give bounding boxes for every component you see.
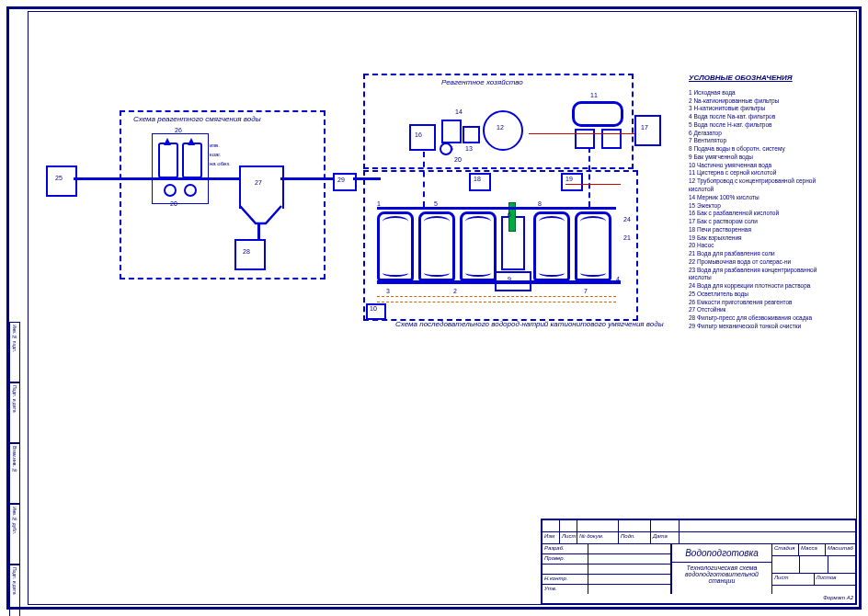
label-17: 17 [641,124,648,131]
label-6: 6 [508,211,511,218]
ext-label: изв. [210,143,220,148]
drain-line [377,296,616,297]
legend-item: 18 Печи растворенная [689,226,840,234]
label-14: 14 [455,108,463,115]
title-block: Изм Лист № докум. Подп. Дата Разраб. Про… [541,519,857,605]
legend-item: 10 Частично умягченная вода [689,162,840,170]
valve-icon [164,138,171,145]
block-17 [634,115,661,146]
legend-item: 16 Бак с разбавленной кислотой [689,210,840,218]
reagent-title: Реагентное хозяйство [441,78,523,86]
block-28 [234,239,266,270]
filter-vessel [575,211,611,281]
label-21: 21 [623,234,631,241]
filter-vessel [418,211,455,281]
pump-icon [440,143,452,155]
tb-role: Разраб. [542,544,588,553]
legend-item: 29 Фильтр механической тонкой очистки [689,323,840,331]
label-13: 13 [465,145,473,152]
legend-item: 19 Бак взрыхления [689,234,840,243]
label-2: 2 [453,288,457,294]
funnel-icon [239,205,282,225]
legend-item: 23 Вода для разбавления концентрированно… [689,267,840,283]
pretreat-title: Схема реагентного смягчения воды [133,115,261,123]
vessel-26a [158,143,178,178]
legend-item: 24 Вода для коррекции плотности раствора [689,282,840,291]
drawing-title: Водоподготовка [672,544,771,562]
pump-icon [164,184,177,197]
label-27: 27 [255,179,262,186]
legend-title: УСЛОВНЫЕ ОБОЗНАЧЕНИЯ [689,74,840,84]
label-20: 20 [170,200,177,207]
drawing-sheet: Инв.№ подл. Подп. и дата Взам.инв.№ Инв.… [0,0,868,616]
margin-cell: Подп. и дата [9,382,20,443]
tb-role: Утв. [542,585,588,594]
tb-label: Стадия [772,544,799,555]
legend-item: 4 Вода после Na-кат. фильтров [689,113,840,121]
line [565,184,621,185]
label-5: 5 [434,200,438,207]
binding-margin: Инв.№ подл. Подп. и дата Взам.инв.№ Инв.… [9,322,18,598]
tb-label: Масштаб [826,544,855,555]
tank-11 [572,101,623,127]
tb-header: Подп. [619,532,651,543]
tb-header: Лист [560,532,577,543]
block-29 [333,173,357,191]
legend-item: 28 Фильтр-пресс для обезвоживания осадка [689,314,840,323]
label-28: 28 [243,248,250,255]
label-26: 26 [175,127,182,133]
ext-label: коаг. [210,152,222,157]
legend-item: 1 Исходная вода [689,89,840,97]
legend-item: 9 Бак умягченной воды [689,154,840,162]
margin-cell: Подп. и дата [9,565,20,616]
tb-header: Изм [542,532,560,543]
main-pipe [377,280,621,284]
legend-item: 25 Осветлитель воды [689,291,840,299]
label-16: 16 [415,131,422,138]
label-29: 29 [337,177,345,183]
label-1: 1 [377,200,381,207]
label-18: 18 [474,176,481,182]
pipe [257,223,260,239]
label-25: 25 [55,175,63,181]
filter-vessel [533,211,570,281]
tb-header: № докум. [577,532,619,543]
legend-item: 6 Дегазатор [689,130,840,138]
salt-feed [588,147,590,207]
label-19: 19 [565,176,573,182]
label-3: 3 [386,288,390,294]
pipe [74,177,129,180]
legend-item: 12 Трубопровод с концентрированной серно… [689,177,840,194]
tb-role: Н.контр. [542,575,588,584]
drain-line [377,302,616,302]
label-12: 12 [497,124,504,131]
valve-icon [188,138,195,145]
legend-item: 7 Вентилятор [689,137,840,145]
tb-label: Листов [815,574,856,585]
block-13 [463,126,480,143]
format-label: Формат А2 [821,594,855,603]
block-16 [409,124,436,151]
vessel-26b [182,143,202,178]
upper-pipe [377,207,616,210]
label-7: 7 [584,288,588,294]
label-24: 24 [623,216,631,222]
legend-item: 27 Отстойник [689,306,840,314]
tb-role [542,565,588,574]
legend-item: 26 Емкости приготовления реагентов [689,299,840,307]
drawing-subtitle: Технологическая схема водоподготовительн… [672,562,771,586]
support [575,129,595,149]
legend-item: 21 Вода для разбавления соли [689,250,840,258]
legend-item: 3 H-катионитовые фильтры [689,105,840,113]
tb-label: Масса [799,544,826,555]
legend-item: 8 Подача воды в оборотн. систему [689,145,840,154]
filter-vessel [377,211,414,281]
legend-item: 22 Промывочная вода от солерас-ни [689,258,840,267]
legend-item: 14 Мерник 100% кислоты [689,194,840,202]
legend-item: 11 Цистерна с серной кислотой [689,169,840,177]
ext-label: на обез. [210,161,231,166]
label-10: 10 [370,305,377,312]
label-8: 8 [538,200,542,207]
legend-item: 2 Na-катионированные фильтры [689,97,840,106]
pipe [280,177,333,180]
